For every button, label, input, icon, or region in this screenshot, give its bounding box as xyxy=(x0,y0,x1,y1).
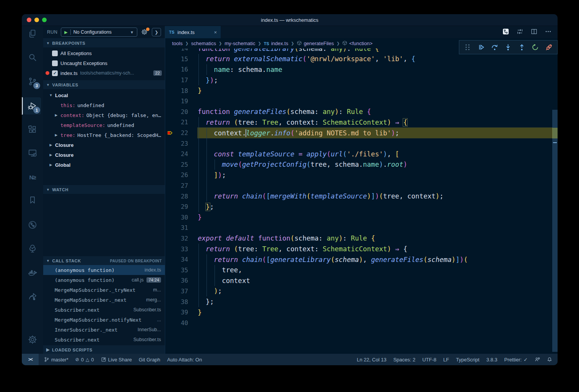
code-line[interactable]: 19 xyxy=(165,96,558,107)
variable-row[interactable]: ▶context: Object {debug: false, en… xyxy=(43,110,165,120)
call-stack-frame[interactable]: (anonymous function)call.js74:24 xyxy=(43,275,165,285)
gutter[interactable]: 21 xyxy=(165,117,189,128)
code-line[interactable]: 37 ); xyxy=(165,286,558,297)
call-stack-frame[interactable]: MergeMapSubscriber._nextmerg... xyxy=(43,295,165,305)
ts-version-status[interactable]: 3.8.3 xyxy=(486,357,498,363)
tab-index-ts[interactable]: TS index.ts × xyxy=(165,26,221,38)
notifications-button[interactable] xyxy=(547,357,552,362)
call-stack-frame[interactable]: InnerSubscriber._nextInnerSub... xyxy=(43,325,165,335)
twisty-icon[interactable]: ▶ xyxy=(54,133,59,137)
git-branch-status[interactable]: master* xyxy=(44,357,68,363)
activity-item-git-graph[interactable] xyxy=(24,216,41,233)
gutter[interactable]: 22 xyxy=(165,128,189,138)
variable-row[interactable]: ▶tree: HostTree {_backend: ScopedH… xyxy=(43,130,165,140)
variable-row[interactable]: this: undefined xyxy=(43,100,165,110)
step-over-button[interactable] xyxy=(490,42,500,53)
code-line[interactable]: 20function generateFiles(schema: any): R… xyxy=(165,107,558,117)
code-line[interactable]: 27 xyxy=(165,181,558,191)
activity-item-tests[interactable] xyxy=(24,240,41,257)
breakpoint-row[interactable]: All Exceptions xyxy=(43,48,165,58)
breadcrumb-item-tools[interactable]: tools xyxy=(172,41,182,46)
code-line[interactable]: 40 xyxy=(165,317,558,328)
restart-button[interactable] xyxy=(530,42,541,53)
code-line[interactable]: 36 context xyxy=(165,275,558,286)
variable-scope-row[interactable]: ▼Local xyxy=(43,90,165,100)
variable-scope-row[interactable]: ▶Closure xyxy=(43,140,165,150)
gutter[interactable]: 35 xyxy=(165,265,189,275)
code-line[interactable]: 21 return (tree: Tree, context: Schemati… xyxy=(165,117,558,128)
code-line-current[interactable]: 22 context.logger.info('adding NOTES.md … xyxy=(165,128,558,138)
compare-changes-button[interactable] xyxy=(517,28,523,36)
gutter[interactable]: 39 xyxy=(165,307,189,318)
gutter[interactable]: 18 xyxy=(165,85,189,96)
twisty-icon[interactable]: ▶ xyxy=(49,163,53,167)
activity-item-bookmarks[interactable] xyxy=(24,192,41,208)
breadcrumb-item--function-[interactable]: <function> xyxy=(342,41,372,47)
debug-console-button[interactable]: ❯ xyxy=(152,28,161,36)
close-window-button[interactable] xyxy=(27,18,31,22)
gutter[interactable]: 24 xyxy=(165,149,189,159)
activity-item-deploy[interactable] xyxy=(24,288,41,305)
code-line[interactable]: 25 move(getProjectConfig(tree, schema.na… xyxy=(165,159,558,170)
configure-gear-button[interactable] xyxy=(141,28,148,36)
breadcrumb-item-schematics[interactable]: schematics xyxy=(191,41,216,46)
breadcrumb-item-my-schematic[interactable]: my-schematic xyxy=(224,41,255,46)
code-line[interactable]: 33 return (tree: Tree, context: Schemati… xyxy=(165,244,558,254)
feedback-button[interactable] xyxy=(535,357,540,362)
activity-item-docker[interactable] xyxy=(24,264,41,281)
gutter[interactable]: 31 xyxy=(165,223,189,233)
twisty-icon[interactable]: ▶ xyxy=(49,143,53,147)
code-line[interactable]: 29 }; xyxy=(165,202,558,212)
gutter[interactable]: 37 xyxy=(165,286,189,297)
encoding-status[interactable]: UTF-8 xyxy=(422,357,436,363)
code-line[interactable]: 23 xyxy=(165,138,558,149)
activity-item-remote-explorer[interactable] xyxy=(24,145,41,161)
problems-status[interactable]: ⊘ 0 △ 0 xyxy=(75,357,94,363)
breakpoint-checkbox[interactable]: ✓ xyxy=(52,70,58,76)
code-line[interactable]: 17 }); xyxy=(165,75,558,86)
code-line[interactable]: 35 tree, xyxy=(165,265,558,275)
live-share-status[interactable]: Live Share xyxy=(101,357,132,363)
code-line[interactable]: 32export default function(schema: any): … xyxy=(165,233,558,244)
twisty-icon[interactable]: ▶ xyxy=(49,153,53,157)
step-into-button[interactable] xyxy=(503,42,514,53)
gutter[interactable]: 33 xyxy=(165,244,189,254)
start-debug-icon[interactable]: ▶ xyxy=(64,30,67,35)
activity-item-explorer[interactable] xyxy=(24,25,41,42)
call-stack-section-header[interactable]: ▼ CALL STACK PAUSED ON BREAKPOINT xyxy=(43,256,165,265)
prettier-status[interactable]: Prettier: ✓ xyxy=(504,357,528,363)
close-tab-icon[interactable]: × xyxy=(214,29,217,35)
activity-item-nx-console[interactable]: N≥ xyxy=(24,169,41,185)
gutter[interactable]: 25 xyxy=(165,159,189,170)
gutter[interactable]: 15 xyxy=(165,54,189,65)
gutter[interactable]: 27 xyxy=(165,181,189,191)
language-mode-status[interactable]: TypeScript xyxy=(456,357,479,363)
gutter[interactable]: 23 xyxy=(165,138,189,149)
gutter[interactable]: 28 xyxy=(165,191,189,202)
maximize-window-button[interactable] xyxy=(42,18,47,22)
gutter[interactable]: 20 xyxy=(165,107,189,117)
minimize-window-button[interactable] xyxy=(34,18,39,22)
gutter[interactable]: 16 xyxy=(165,64,189,75)
launch-config-dropdown[interactable]: ▶ No Configurations ▼ xyxy=(61,28,137,37)
gutter[interactable]: 32 xyxy=(165,233,189,244)
eol-status[interactable]: LF xyxy=(443,357,449,363)
breadcrumb-item-index-ts[interactable]: TSindex.ts xyxy=(264,41,288,46)
gutter[interactable]: 19 xyxy=(165,96,189,107)
split-editor-button[interactable] xyxy=(531,28,537,36)
breakpoint-row[interactable]: ✓index.tstools/schematics/my-sch...22 xyxy=(43,68,165,78)
code-line[interactable]: 31 xyxy=(165,223,558,233)
open-changes-button[interactable] xyxy=(503,28,509,36)
git-graph-status[interactable]: Git Graph xyxy=(139,357,160,363)
auto-attach-status[interactable]: Auto Attach: On xyxy=(167,357,202,363)
watch-section-header[interactable]: ▼ WATCH xyxy=(43,185,165,194)
gutter[interactable]: 17 xyxy=(165,75,189,86)
gutter[interactable]: 14 xyxy=(165,49,189,54)
breakpoint-checkbox[interactable] xyxy=(52,60,58,66)
disconnect-button[interactable] xyxy=(543,42,554,53)
twisty-icon[interactable]: ▼ xyxy=(49,93,53,97)
code-line[interactable]: 30} xyxy=(165,212,558,223)
scrollbar-thumb[interactable] xyxy=(552,110,558,352)
activity-item-settings-gear[interactable] xyxy=(24,331,41,348)
breakpoint-checkbox[interactable] xyxy=(52,50,58,56)
